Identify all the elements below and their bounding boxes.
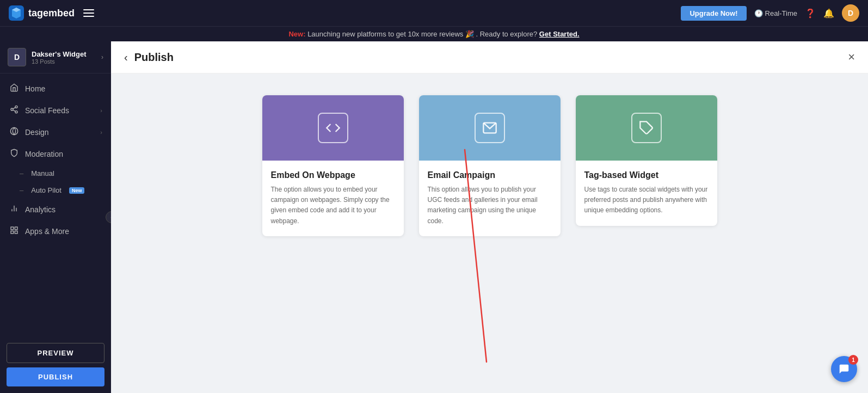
sidebar-item-home[interactable]: Home xyxy=(0,78,111,100)
email-campaign-content: Email Campaign This option allows you to… xyxy=(419,161,561,236)
autopilot-new-badge: New xyxy=(69,187,85,194)
svg-point-2 xyxy=(11,108,13,110)
embed-webpage-title: Embed On Webpage xyxy=(271,170,395,180)
tag-widget-icon-area xyxy=(576,95,717,161)
sidebar-item-home-label: Home xyxy=(25,84,102,93)
logo-icon xyxy=(9,5,24,21)
widget-posts: 13 Posts xyxy=(32,58,96,65)
embed-webpage-desc: The option allows you to embed your camp… xyxy=(271,185,395,226)
svg-point-3 xyxy=(15,111,17,113)
sidebar-item-design-label: Design xyxy=(25,128,95,137)
sidebar-item-analytics-label: Analytics xyxy=(25,205,102,214)
help-icon[interactable]: ❓ xyxy=(805,8,816,19)
email-campaign-card[interactable]: Email Campaign This option allows you to… xyxy=(419,95,561,236)
social-feeds-icon xyxy=(9,105,20,116)
hamburger-menu[interactable] xyxy=(81,7,96,19)
chat-icon xyxy=(838,363,850,375)
svg-rect-10 xyxy=(11,227,14,230)
email-icon-box xyxy=(475,113,505,143)
tag-widget-title: Tag-based Widget xyxy=(584,170,709,180)
apps-more-icon xyxy=(9,226,20,237)
banner-text: Launching new platforms to get 10x more … xyxy=(307,30,537,38)
tag-icon xyxy=(639,120,654,136)
topbar-right: Upgrade Now! 🕐 Real-Time ❓ 🔔 D xyxy=(681,4,859,22)
sidebar-item-moderation[interactable]: Moderation xyxy=(0,143,111,165)
manual-dash: – xyxy=(20,169,23,177)
topbar-left: tagembed xyxy=(9,5,96,21)
close-button[interactable]: × xyxy=(848,50,855,64)
email-campaign-desc: This option allows you to publish your U… xyxy=(428,185,552,226)
publish-header-left: ‹ Publish xyxy=(124,51,174,64)
social-feeds-chevron-icon: › xyxy=(100,107,102,114)
widget-header[interactable]: D Dakser's Widget 13 Posts › xyxy=(0,41,111,73)
svg-rect-11 xyxy=(15,227,17,230)
topbar: tagembed Upgrade Now! 🕐 Real-Time ❓ 🔔 D xyxy=(0,0,868,26)
back-button[interactable]: ‹ xyxy=(124,51,128,64)
publish-body: Embed On Webpage The option allows you t… xyxy=(111,73,868,393)
clock-icon: 🕐 xyxy=(754,9,763,17)
email-campaign-icon-area xyxy=(419,95,561,161)
notification-bell[interactable]: 🔔 xyxy=(823,8,834,19)
sidebar-item-autopilot-label: Auto Pilot xyxy=(31,186,61,194)
content-area: ‹ Publish × xyxy=(111,41,868,393)
main-layout: ‹ D Dakser's Widget 13 Posts › Hom xyxy=(0,41,868,393)
logo: tagembed xyxy=(9,5,75,21)
svg-rect-12 xyxy=(15,231,17,234)
banner-link[interactable]: Get Started. xyxy=(539,30,580,38)
sidebar-bottom: PREVIEW PUBLISH xyxy=(0,336,111,393)
tag-widget-desc: Use tags to curate social widgets with y… xyxy=(584,185,709,216)
svg-rect-13 xyxy=(11,231,14,234)
widget-avatar: D xyxy=(8,48,26,66)
moderation-icon xyxy=(9,149,20,159)
embed-webpage-card[interactable]: Embed On Webpage The option allows you t… xyxy=(262,95,404,236)
sidebar-item-apps-more-label: Apps & More xyxy=(25,227,102,236)
sidebar-item-social-feeds[interactable]: Social Feeds › xyxy=(0,100,111,121)
widget-chevron-icon: › xyxy=(101,53,103,61)
tag-widget-card[interactable]: Tag-based Widget Use tags to curate soci… xyxy=(576,95,717,226)
sidebar-item-design[interactable]: Design › xyxy=(0,121,111,143)
sidebar-item-apps-more[interactable]: Apps & More xyxy=(0,220,111,242)
widget-info: Dakser's Widget 13 Posts xyxy=(32,50,96,65)
publish-button[interactable]: PUBLISH xyxy=(7,367,104,386)
banner-new-label: New: xyxy=(288,30,305,38)
publish-header: ‹ Publish × xyxy=(111,41,868,73)
svg-point-6 xyxy=(10,127,17,134)
embed-webpage-content: Embed On Webpage The option allows you t… xyxy=(262,161,404,236)
design-icon xyxy=(9,127,20,138)
analytics-icon xyxy=(9,204,20,215)
nav-items: Home Social Feeds › xyxy=(0,73,111,336)
sidebar-item-moderation-label: Moderation xyxy=(25,150,102,158)
design-chevron-icon: › xyxy=(100,129,102,136)
embed-webpage-icon-area xyxy=(262,95,404,161)
svg-line-5 xyxy=(13,107,16,109)
sidebar-item-analytics[interactable]: Analytics xyxy=(0,199,111,220)
upgrade-button[interactable]: Upgrade Now! xyxy=(681,6,746,21)
widget-name: Dakser's Widget xyxy=(32,50,96,58)
tag-widget-content: Tag-based Widget Use tags to curate soci… xyxy=(576,161,717,226)
user-avatar[interactable]: D xyxy=(842,4,859,22)
chat-badge: 1 xyxy=(848,355,858,365)
tag-icon-box xyxy=(631,113,662,143)
code-icon xyxy=(325,120,341,136)
email-campaign-title: Email Campaign xyxy=(428,170,552,180)
svg-line-4 xyxy=(13,110,16,112)
code-icon-box xyxy=(318,113,348,143)
email-icon xyxy=(482,120,497,136)
sidebar-item-autopilot[interactable]: – Auto Pilot New xyxy=(0,182,111,199)
preview-button[interactable]: PREVIEW xyxy=(7,343,104,363)
sidebar-item-social-feeds-label: Social Feeds xyxy=(25,106,95,115)
bell-icon: 🔔 xyxy=(823,9,834,18)
svg-point-1 xyxy=(15,106,17,108)
publish-modal: ‹ Publish × xyxy=(111,41,868,393)
autopilot-dash: – xyxy=(20,186,23,194)
publish-title: Publish xyxy=(134,51,174,64)
logo-text: tagembed xyxy=(28,8,75,19)
realtime-button[interactable]: 🕐 Real-Time xyxy=(754,9,797,17)
home-icon xyxy=(9,83,20,94)
sidebar-item-manual-label: Manual xyxy=(31,169,54,177)
announcement-banner: New: Launching new platforms to get 10x … xyxy=(0,26,868,41)
sidebar-item-manual[interactable]: – Manual xyxy=(0,165,111,182)
sidebar: ‹ D Dakser's Widget 13 Posts › Hom xyxy=(0,41,111,393)
chat-widget[interactable]: 1 xyxy=(831,356,857,382)
